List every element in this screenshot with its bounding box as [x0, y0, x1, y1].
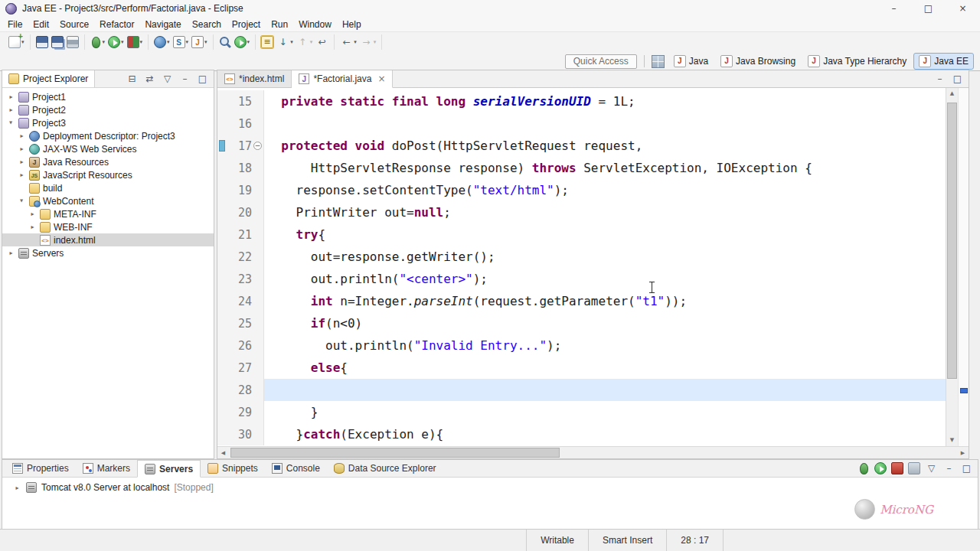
line-number[interactable]: 24	[226, 295, 252, 308]
tree-item-servers[interactable]: ▸Servers	[2, 246, 214, 259]
collapse-all-icon[interactable]: ⊟	[126, 73, 139, 86]
save-button[interactable]	[35, 35, 49, 49]
mark-occurrences-button[interactable]	[260, 35, 274, 49]
view-tab-data-source-explorer[interactable]: Data Source Explorer	[327, 460, 443, 477]
line-number[interactable]: 26	[226, 339, 252, 353]
debug-dropdown-icon[interactable]: ▾	[103, 39, 106, 45]
new-servlet-dropdown-icon[interactable]: ▾	[186, 39, 189, 45]
line-number[interactable]: 17	[226, 139, 252, 153]
code-line-17[interactable]: 17− protected void doPost(HttpServletReq…	[217, 135, 946, 157]
maximize-button[interactable]: □	[911, 0, 946, 17]
close-button[interactable]: ×	[946, 0, 980, 17]
line-number[interactable]: 19	[226, 184, 252, 197]
scroll-down-icon[interactable]: ▼	[946, 435, 958, 446]
scroll-left-icon[interactable]: ◀	[217, 450, 229, 456]
code-line-19[interactable]: 19 response.setContentType("text/html");	[217, 179, 946, 201]
server-entry[interactable]: ▸ Tomcat v8.0 Server at localhost [Stopp…	[2, 478, 978, 493]
tree-item-build[interactable]: build	[2, 181, 214, 194]
tree-arrow-icon[interactable]: ▸	[18, 132, 26, 139]
view-tab-servers[interactable]: Servers	[137, 460, 201, 478]
code-line-27[interactable]: 27 else{	[217, 357, 946, 379]
line-number[interactable]: 22	[226, 250, 252, 264]
print-button[interactable]	[66, 35, 80, 49]
line-number[interactable]: 16	[226, 117, 252, 131]
code-line-22[interactable]: 22 out=response.getWriter();	[217, 246, 946, 268]
tree-arrow-icon[interactable]: ▸	[18, 145, 26, 152]
maximize-icon[interactable]: □	[196, 73, 209, 86]
new-dynamic-web-project-dropdown-icon[interactable]: ▾	[167, 39, 170, 45]
editor-tab-index-html[interactable]: *index.html	[217, 70, 292, 87]
code-line-25[interactable]: 25 if(n<0)	[217, 312, 946, 334]
menu-project[interactable]: Project	[227, 18, 266, 31]
back-dropdown-icon[interactable]: ▾	[354, 39, 357, 45]
menu-source[interactable]: Source	[54, 18, 94, 31]
view-menu-icon[interactable]: ▽	[161, 73, 174, 86]
previous-annotation-dropdown-icon[interactable]: ▾	[310, 39, 313, 45]
minimize-icon[interactable]: –	[933, 73, 946, 86]
external-tools-dropdown-icon[interactable]: ▾	[247, 39, 250, 45]
code-line-16[interactable]: 16	[217, 112, 946, 135]
code-line-24[interactable]: 24 int n=Integer.parseInt(request.getPar…	[217, 290, 946, 312]
line-number[interactable]: 23	[226, 272, 252, 286]
menu-navigate[interactable]: Navigate	[139, 18, 186, 31]
perspective-java-browsing[interactable]: JJava Browsing	[715, 53, 801, 70]
coverage-dropdown-icon[interactable]: ▾	[140, 39, 143, 45]
menu-file[interactable]: File	[2, 18, 28, 31]
publish-icon[interactable]	[908, 462, 920, 474]
next-annotation-dropdown-icon[interactable]: ▾	[290, 39, 293, 45]
overview-ruler[interactable]	[958, 88, 969, 446]
vertical-scrollbar[interactable]: ▲ ▼	[946, 88, 958, 446]
last-edit-location-button[interactable]: ↩	[315, 35, 329, 50]
line-number[interactable]: 20	[226, 206, 252, 220]
menu-window[interactable]: Window	[293, 18, 337, 31]
maximize-icon[interactable]: □	[951, 73, 964, 86]
tree-arrow-icon[interactable]: ▸	[28, 210, 37, 217]
code-line-30[interactable]: 30 }catch(Exception e){	[217, 423, 946, 445]
horizontal-scrollbar[interactable]: ◀ ▶	[217, 446, 969, 458]
code-area[interactable]: 15 private static final long serialVersi…	[217, 88, 946, 446]
perspective-java[interactable]: JJava	[668, 53, 714, 70]
code-line-23[interactable]: 23 out.println("<center>");	[217, 268, 946, 290]
tree-item-deployment-descriptor-project3[interactable]: ▸Deployment Descriptor: Project3	[2, 129, 214, 142]
code-line-29[interactable]: 29 }	[217, 401, 946, 423]
tree-item-java-resources[interactable]: ▸Java Resources	[2, 155, 214, 168]
view-tab-markers[interactable]: Markers	[76, 460, 137, 477]
code-line-20[interactable]: 20 PrintWriter out=null;	[217, 201, 946, 223]
expand-arrow-icon[interactable]: ▸	[13, 484, 21, 491]
tree-arrow-icon[interactable]: ▸	[18, 158, 26, 165]
project-explorer-tab[interactable]: Project Explorer	[2, 70, 95, 87]
perspective-java-type-hierarchy[interactable]: JJava Type Hierarchy	[802, 53, 912, 70]
new-servlet-button[interactable]: ▾	[172, 35, 190, 49]
line-number[interactable]: 28	[226, 383, 252, 397]
new-wizard-button[interactable]: ▾	[8, 35, 25, 49]
code-line-21[interactable]: 21 try{	[217, 223, 946, 246]
tree-item-project2[interactable]: ▸Project2	[2, 103, 214, 116]
debug-server-icon[interactable]	[860, 463, 868, 474]
close-tab-icon[interactable]: ×	[377, 73, 385, 84]
line-number[interactable]: 30	[226, 428, 252, 442]
view-menu-icon[interactable]: ▽	[925, 462, 938, 475]
editor-tab-factorial-java[interactable]: *Factorial.java×	[292, 70, 393, 88]
current-line[interactable]	[264, 379, 946, 401]
tree-arrow-icon[interactable]: ▸	[18, 197, 25, 205]
fold-collapse-icon[interactable]: −	[253, 142, 262, 150]
start-server-icon[interactable]	[874, 462, 887, 474]
forward-button[interactable]: →▾	[359, 35, 377, 50]
perspective-java-ee[interactable]: JJava EE	[913, 53, 974, 70]
menu-run[interactable]: Run	[266, 18, 293, 31]
line-number[interactable]: 15	[226, 95, 252, 109]
maximize-icon[interactable]: □	[960, 462, 973, 475]
code-line-18[interactable]: 18 HttpServletResponse response) throws …	[217, 157, 946, 179]
tree-arrow-icon[interactable]: ▸	[8, 119, 15, 127]
menu-search[interactable]: Search	[187, 18, 227, 31]
view-tab-snippets[interactable]: Snippets	[201, 460, 265, 477]
tree-arrow-icon[interactable]: ▸	[7, 249, 15, 256]
code-line-15[interactable]: 15 private static final long serialVersi…	[217, 90, 946, 112]
tree-arrow-icon[interactable]: ▸	[28, 223, 37, 230]
line-number[interactable]: 27	[226, 361, 252, 375]
save-all-button[interactable]	[51, 35, 64, 49]
vertical-scrollbar-thumb[interactable]	[947, 103, 957, 379]
line-number[interactable]: 21	[226, 228, 252, 242]
scroll-right-icon[interactable]: ▶	[957, 450, 969, 456]
tree-item-webcontent[interactable]: ▸WebContent	[2, 194, 214, 207]
